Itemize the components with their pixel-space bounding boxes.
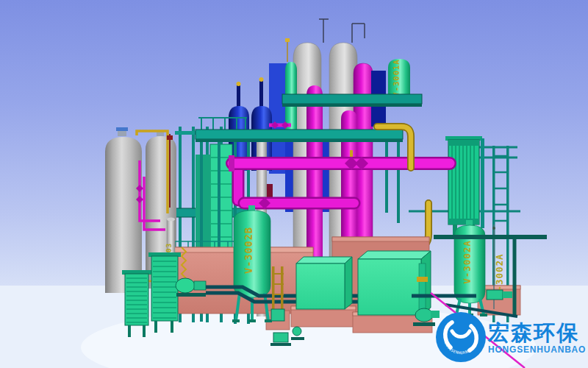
plate-heat-exchanger — [445, 136, 484, 235]
tag-v3002b: V-3002B — [243, 227, 254, 274]
green-box-units — [296, 251, 431, 315]
plant-3d-render: V-3001A — [0, 0, 588, 368]
pump-left — [176, 278, 195, 293]
tag-v3002a-gauge: -3002A — [494, 253, 505, 291]
brand-logo: HONGSENHUANBAO 宏森环保 HONGSENHUANBAO — [436, 312, 586, 362]
tank-1 — [105, 137, 142, 293]
tag-v3002a: V-3002A — [462, 240, 473, 284]
tag-v3001a: V-3001A — [392, 59, 401, 96]
logo-zh-text: 宏森环保 — [487, 320, 579, 345]
logo-en-text: HONGSENHUANBAO — [488, 344, 586, 355]
